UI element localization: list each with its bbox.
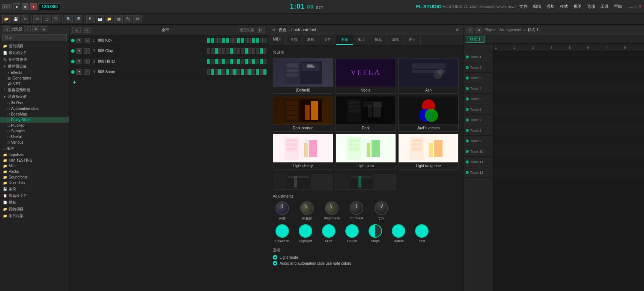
stop-button[interactable]: ■ [22,3,29,10]
grid-row-7[interactable] [494,115,644,125]
grid-row-8[interactable] [494,125,644,136]
tab-project[interactable]: 项目 [353,35,370,45]
tab-midi[interactable]: MIDI [268,35,286,45]
channel-add-btn[interactable]: + [69,77,268,88]
grid-row-2[interactable] [494,62,644,73]
track-dot-2[interactable] [466,66,469,69]
playlist-back-btn[interactable]: ◁ [466,27,473,33]
sidebar-item-sampler[interactable]: □Sampler [0,128,69,134]
win-close[interactable]: ✕ [638,4,642,9]
sidebar-add-btn[interactable]: + [24,26,31,32]
bpm-display[interactable]: 130.000 [38,3,61,10]
ch-btn-2a[interactable]: ▼ [76,48,82,54]
sidebar-settings-btn[interactable]: ⚙ [32,26,39,32]
ch-btn-4b[interactable]: + [84,69,90,75]
track-dot-10[interactable] [466,150,469,153]
knob-brightness[interactable] [323,200,340,217]
ch-led-3[interactable] [71,60,75,63]
sidebar-item-beepmap[interactable]: □BeepMap [0,111,69,117]
ch-btn-4a[interactable]: ▼ [76,69,82,75]
track-dot-7[interactable] [466,118,469,122]
preset-ash[interactable]: Ash [398,58,459,94]
grid-row-11[interactable] [494,157,644,167]
toolbar-open[interactable]: 📂 [2,15,11,23]
win-minimize[interactable]: — [629,4,633,9]
knob-hue[interactable] [275,201,289,215]
track-dot-8[interactable] [466,129,469,132]
toolbar-zoom-out[interactable]: 🔎 [74,15,82,23]
tab-general[interactable]: 常规 [302,35,319,45]
toolbar-draw[interactable]: ✏ [33,15,42,23]
sidebar-item-effects[interactable]: ♪Effects [0,70,69,75]
preset-dark[interactable]: Dark [336,96,396,132]
sidebar-item-various[interactable]: □Various [0,140,69,145]
menu-tools[interactable]: 工具 [599,3,611,10]
grid-row-5[interactable] [494,94,644,104]
sidebar-item-backup[interactable]: 💾备份 [0,186,69,192]
preset-dark-orange[interactable]: Dark orange [273,96,333,132]
channel-rack-back-btn[interactable]: ◁ [72,27,81,33]
toolbar-patterns[interactable]: ▦ [114,15,123,23]
circle-steps[interactable] [369,224,382,238]
record-button[interactable]: ● [30,3,37,10]
sidebar-item-templates[interactable]: 📄模板 [0,199,69,206]
sidebar-item-recent-files[interactable]: 📄最近的文件 [0,50,69,56]
preset-light-tangerine[interactable]: Light tangerine [398,134,459,170]
ch-led-2[interactable] [71,49,75,53]
pattern-item-active[interactable]: 样式 1 [466,36,485,43]
sidebar-item-plugin-presets[interactable]: ▼插件预设值 [0,63,69,70]
knob-saturation[interactable] [298,199,316,217]
grid-row-6[interactable] [494,104,644,115]
preset-default[interactable]: (Default) [273,58,333,94]
circle-option[interactable] [345,224,359,238]
preset-more2[interactable] [336,174,396,190]
sidebar-back-btn[interactable]: ◁ [3,26,10,32]
ch-led-4[interactable] [71,70,75,74]
ch-btn-1b[interactable]: + [84,38,90,43]
track-dot-11[interactable] [466,160,469,164]
channel-rack-expand-btn[interactable]: ▷ [257,27,265,33]
knob-contrast[interactable] [350,201,363,215]
track-dot-5[interactable] [466,98,469,100]
radio-note-colors[interactable] [273,261,277,266]
sidebar-item-impulses[interactable]: 📁Impulses [0,152,69,158]
ch-led-1[interactable] [71,39,75,42]
ch-btn-3b[interactable]: + [84,59,90,64]
toolbar-browser[interactable]: 📁 [105,15,113,23]
ch-btn-1a[interactable]: ▼ [76,38,82,43]
tab-about[interactable]: 关于 [404,35,421,45]
track-dot-3[interactable] [466,76,469,80]
win-maximize[interactable]: □ [634,4,637,9]
toolbar-settings[interactable]: ⚙ [133,15,141,23]
track-dot-1[interactable] [466,56,469,58]
sidebar-item-my-projects[interactable]: 📁我的项目 [0,206,69,213]
playlist-tools-btn[interactable]: ⚙ [475,27,482,33]
sidebar-item-user-data[interactable]: 📁User data [0,180,69,186]
sidebar-item-useful[interactable]: □Useful [0,134,69,140]
ch-btn-2b[interactable]: + [84,48,90,54]
ch-btn-3a[interactable]: ▼ [76,59,82,64]
sidebar-item-plucked[interactable]: □Plucked! [0,123,69,128]
sidebar-star-btn[interactable]: ★ [41,26,47,32]
toolbar-plugins[interactable]: 🔌 [124,15,132,23]
menu-options[interactable]: 选项 [585,3,597,10]
sidebar-item-plugin-db[interactable]: 🔌插件数据库 [0,56,69,63]
knob-text[interactable] [373,200,390,217]
settings-close-btn[interactable]: ✕ [455,27,459,33]
preset-veela[interactable]: VEELA Veela [336,58,396,94]
toolbar-brush[interactable]: ⛏ [52,15,60,23]
toolbar-save[interactable]: 💾 [12,15,20,23]
sidebar-item-scores[interactable]: ♪乐谱 [0,145,69,152]
sidebar-item-current-project[interactable]: 📁当前项目 [0,43,69,50]
radio-light-mode[interactable] [273,255,277,260]
tab-debug[interactable]: 调试 [387,35,404,45]
circle-highlight[interactable] [299,224,312,238]
toolbar-select[interactable]: ◻ [43,15,51,23]
track-dot-9[interactable] [466,140,469,142]
sidebar-item-clipboard[interactable]: 📋剪贴板文件 [0,192,69,199]
track-dot-6[interactable] [466,108,469,111]
track-dot-12[interactable] [466,171,469,174]
menu-add[interactable]: 添加 [545,3,557,10]
preset-jaai[interactable]: Jaai's vectors [398,96,459,132]
circle-mute[interactable] [322,224,336,238]
